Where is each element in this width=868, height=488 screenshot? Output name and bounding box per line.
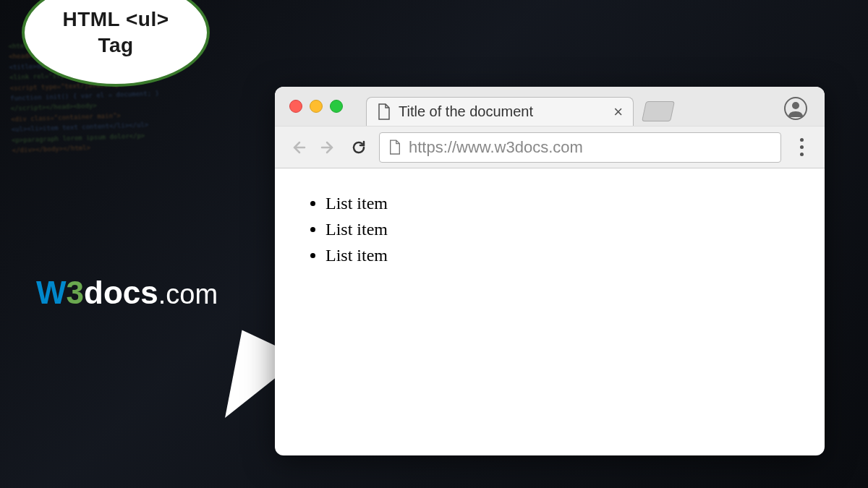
- account-icon[interactable]: [784, 97, 807, 120]
- badge-title-line2: Tag: [98, 33, 133, 59]
- address-bar-row: https://www.w3docs.com: [275, 126, 825, 168]
- reload-button[interactable]: [349, 137, 369, 158]
- badge-title-line1: HTML <ul>: [62, 7, 169, 33]
- minimize-window-button[interactable]: [310, 100, 323, 113]
- browser-tab[interactable]: Title of the document ×: [366, 97, 634, 126]
- close-window-button[interactable]: [289, 100, 302, 113]
- url-bar[interactable]: https://www.w3docs.com: [379, 132, 781, 163]
- tab-title: Title of the document: [399, 103, 606, 120]
- maximize-window-button[interactable]: [330, 100, 343, 113]
- file-icon: [377, 103, 391, 121]
- file-icon: [388, 140, 401, 155]
- page-content: List item List item List item: [275, 168, 825, 290]
- back-button[interactable]: [288, 137, 308, 158]
- svg-point-1: [792, 102, 799, 109]
- close-tab-icon[interactable]: ×: [613, 104, 623, 120]
- browser-chrome: Title of the document × https://www.w3do…: [275, 87, 825, 168]
- url-text: https://www.w3docs.com: [409, 138, 772, 157]
- list-item: List item: [326, 216, 796, 242]
- logo-3: 3: [67, 275, 84, 310]
- browser-window: Title of the document × https://www.w3do…: [275, 87, 825, 455]
- tab-bar: Title of the document ×: [275, 87, 825, 126]
- more-menu-button[interactable]: [791, 138, 812, 156]
- w3docs-logo: W3docs.com: [36, 275, 218, 311]
- logo-w: W: [36, 275, 67, 310]
- logo-com: .com: [158, 279, 218, 309]
- logo-docs: docs: [84, 275, 158, 310]
- new-tab-button[interactable]: [642, 101, 675, 121]
- list-item: List item: [326, 242, 796, 268]
- forward-button[interactable]: [318, 137, 339, 158]
- window-controls: [289, 100, 343, 113]
- unordered-list: List item List item List item: [304, 190, 796, 268]
- list-item: List item: [326, 190, 796, 216]
